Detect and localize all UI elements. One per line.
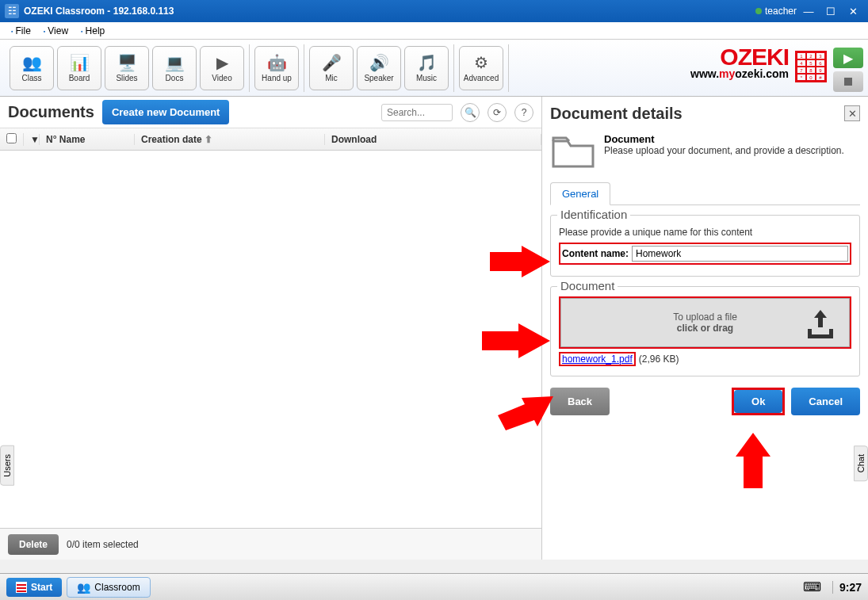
info-description: Please upload your document, and provide… [604,145,860,156]
arrow-annotation-icon [498,387,553,430]
svg-marker-3 [736,433,770,488]
menu-bar: File View Help [0,22,868,40]
tool-docs[interactable]: 💻Docs [152,46,197,90]
logo-text: OZEKI [690,46,789,67]
select-all-checkbox[interactable] [6,133,17,143]
tool-class[interactable]: 👥Class [10,46,54,90]
documents-title: Documents [8,103,94,121]
col-download[interactable]: Download [325,134,541,145]
minimize-button[interactable]: — [798,3,819,19]
svg-marker-2 [498,396,553,430]
start-button[interactable]: Start [6,578,62,597]
col-name[interactable]: N° Name [40,134,135,145]
upload-line1: To upload a file [673,311,737,323]
identification-fieldset: Identification Please provide a unique n… [550,215,860,277]
menu-view[interactable]: View [37,25,75,36]
search-input[interactable] [381,104,453,121]
col-creation-date[interactable]: Creation date ⬆ [135,134,325,145]
logo: OZEKI www.myozeki.com [690,46,789,80]
tab-general[interactable]: General [550,182,610,205]
close-details-button[interactable]: ✕ [844,105,860,121]
task-classroom[interactable]: 👥Classroom [67,577,150,598]
upload-icon [803,307,838,345]
back-button[interactable]: Back [550,388,610,415]
app-icon: ☷ [5,4,19,18]
info-title: Document [604,133,860,145]
delete-button[interactable]: Delete [8,534,59,555]
keypad-icon[interactable]: 123456789*0# [795,51,827,82]
clock: 9:27 [832,581,862,594]
chat-side-tab[interactable]: Chat [854,445,868,481]
document-fieldset: Document To upload a file click or drag … [550,286,860,376]
table-header: ▼ N° Name Creation date ⬆ Download [0,128,541,151]
arrow-annotation-icon [482,323,550,358]
users-side-tab[interactable]: Users [0,445,14,486]
arrow-annotation-icon [490,246,550,277]
close-button[interactable]: ✕ [843,3,863,19]
uploaded-file-link[interactable]: homework_1.pdf [559,352,636,366]
taskbar: Start 👥Classroom ⌨ 9:27 [0,573,868,600]
details-panel: Chat Document details ✕ Document Please … [542,97,868,560]
folder-icon [550,133,598,171]
menu-file[interactable]: File [5,25,37,36]
cancel-button[interactable]: Cancel [791,388,860,415]
svg-marker-1 [482,323,550,358]
title-bar: ☷ OZEKI Classroom - 192.168.0.113 teache… [0,0,868,22]
tool-advanced[interactable]: ⚙Advanced [459,46,503,90]
identification-desc: Please provide a unique name for this co… [559,227,851,238]
menu-help[interactable]: Help [75,25,111,36]
keyboard-icon[interactable]: ⌨ [803,579,821,594]
table-body [0,151,541,528]
file-size: (2,96 KB) [639,354,679,365]
help-icon[interactable]: ? [514,103,533,122]
tool-music[interactable]: 🎵Music [404,46,449,90]
tool-slides[interactable]: 🖥️Slides [105,46,149,90]
arrow-annotation-icon [736,433,770,488]
create-document-button[interactable]: Create new Document [102,100,230,124]
toolbar: 👥Class 📊Board 🖥️Slides 💻Docs ▶Video 🤖Han… [0,40,868,97]
user-name: teacher [765,6,797,17]
status-dot-icon [755,8,762,14]
upload-dropzone[interactable]: To upload a file click or drag [560,298,850,347]
upload-line2: click or drag [673,323,737,334]
tool-board[interactable]: 📊Board [57,46,101,90]
details-title: Document details [550,105,844,123]
refresh-icon[interactable]: ⟳ [488,103,507,122]
document-legend: Document [557,279,618,292]
maximize-button[interactable]: ☐ [820,3,841,19]
app-title: OZEKI Classroom - 192.168.0.113 [24,6,174,17]
identification-legend: Identification [557,208,630,221]
logo-url: www.myozeki.com [690,67,789,80]
search-icon[interactable]: 🔍 [461,103,480,122]
stop-button[interactable] [833,71,863,92]
selection-count: 0/0 item selected [67,539,139,550]
tool-speaker[interactable]: 🔊Speaker [357,46,401,90]
sort-icon[interactable]: ▼ [24,134,40,145]
content-name-label: Content name: [562,248,629,259]
tool-mic[interactable]: 🎤Mic [309,46,354,90]
tool-video[interactable]: ▶Video [200,46,244,90]
tool-handup[interactable]: 🤖Hand up [254,46,299,90]
play-button[interactable]: ▶ [833,48,863,68]
ok-button[interactable]: Ok [734,390,782,413]
svg-marker-0 [490,246,550,277]
documents-panel: Users Documents Create new Document 🔍 ⟳ … [0,97,542,560]
content-name-input[interactable] [632,246,848,262]
